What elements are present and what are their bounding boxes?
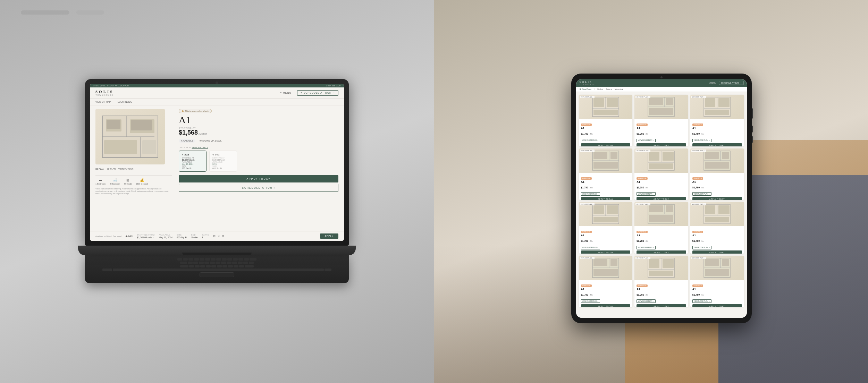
card-apply-btn-6[interactable]: APPLY TODAY bbox=[581, 250, 631, 254]
bottom-apply-button[interactable]: APPLY bbox=[320, 233, 338, 239]
card-apply-btn-3[interactable]: APPLY TODAY bbox=[581, 197, 631, 200]
tablet-card-7[interactable]: 2D FLOOR PLAN → AVAILABLE A1 $1,780 /Mo … bbox=[634, 202, 688, 254]
card-apply-btn-8[interactable]: APPLY TODAY bbox=[692, 250, 742, 254]
tablet-card-5[interactable]: 2D FLOOR PLAN → AVAILABLE A1 $1,780 /Mo … bbox=[690, 148, 744, 200]
key bbox=[177, 258, 182, 261]
card-apply-btn-11[interactable]: APPLY TODAY bbox=[692, 304, 742, 307]
menu-button[interactable]: ≡ MENU bbox=[280, 92, 292, 94]
tablet-card-0[interactable]: 2D FLOOR PLAN → AVAILABLE A1 $1,780 /Mo … bbox=[579, 95, 633, 146]
spec-bedroom-value: 1 Bedroom bbox=[95, 183, 106, 185]
key bbox=[183, 258, 188, 261]
tablet-card-9[interactable]: 2D FLOOR PLAN → AVAILABLE A1 $1,780 /Mo … bbox=[579, 256, 633, 307]
desk-item-1 bbox=[21, 10, 69, 15]
tablet-nav: SOLIS TOWNHOMES ≡ MENU SCHEDULE A TOUR → bbox=[576, 79, 747, 87]
floor-plan-panel: 3D PLAN 2D PLAN VIRTUAL TOUR 🛏 1 Bedroom bbox=[95, 109, 172, 233]
size-icon: ⊞ bbox=[124, 178, 132, 182]
card-name-10: A1 bbox=[637, 288, 640, 291]
svg-rect-69 bbox=[593, 269, 618, 276]
tablet-move-filter[interactable]: Move-in ▾ bbox=[615, 88, 623, 90]
svg-rect-39 bbox=[649, 163, 673, 169]
tablet-card-1[interactable]: 2D FLOOR PLAN → AVAILABLE A1 $1,780 /Mo … bbox=[634, 95, 688, 146]
tablet-menu-button[interactable]: ≡ MENU bbox=[709, 82, 716, 84]
card-floor-link-10[interactable]: VIEW FLOOR PLAN → bbox=[637, 299, 656, 303]
card-floor-plan-8: 2D FLOOR PLAN → bbox=[690, 202, 744, 226]
apply-today-button[interactable]: APPLY TODAY bbox=[179, 175, 338, 182]
card-floor-link-8[interactable]: VIEW FLOOR PLAN → bbox=[692, 246, 711, 249]
tablet-card-3[interactable]: 2D FLOOR PLAN → AVAILABLE A1 $1,780 /Mo … bbox=[579, 148, 633, 200]
tablet-price-filter[interactable]: Price ▾ bbox=[606, 88, 612, 90]
card-floor-link-5[interactable]: VIEW FLOOR PLAN → bbox=[692, 192, 711, 196]
key bbox=[205, 258, 210, 261]
share-email[interactable]: ✉ SHARE VIA EMAIL bbox=[200, 139, 221, 142]
key bbox=[216, 258, 221, 261]
tablet-logo-sub: TOWNHOMES bbox=[580, 84, 595, 85]
card-apply-btn-9[interactable]: APPLY TODAY bbox=[581, 304, 631, 307]
tablet-card-4[interactable]: 2D FLOOR PLAN → AVAILABLE A1 $1,780 /Mo … bbox=[634, 148, 688, 200]
card-apply-btn-0[interactable]: APPLY TODAY bbox=[581, 143, 631, 146]
card-apply-btn-10[interactable]: APPLY TODAY bbox=[637, 304, 686, 307]
tab-3d[interactable]: 3D PLAN bbox=[95, 167, 104, 171]
key bbox=[188, 258, 193, 261]
schedule-tour-button[interactable]: SCHEDULE A TOUR bbox=[179, 184, 338, 192]
card-floor-plan-10: 2D FLOOR PLAN → bbox=[634, 256, 688, 280]
tablet-power-button bbox=[752, 108, 753, 119]
tab-2d[interactable]: 2D PLAN bbox=[107, 167, 116, 171]
card-apply-btn-1[interactable]: APPLY TODAY bbox=[637, 143, 686, 146]
card-apply-btn-4[interactable]: APPLY TODAY bbox=[637, 197, 686, 200]
card-body-9: AVAILABLE A1 $1,780 /Mo VIEW FLOOR PLAN … bbox=[579, 280, 633, 307]
tablet-card-10[interactable]: 2D FLOOR PLAN → AVAILABLE A1 $1,780 /Mo … bbox=[634, 256, 688, 307]
card-body-4: AVAILABLE A1 $1,780 /Mo VIEW FLOOR PLAN … bbox=[634, 173, 688, 200]
card-badge-7: AVAILABLE bbox=[637, 231, 648, 233]
card-body-1: AVAILABLE A1 $1,780 /Mo VIEW FLOOR PLAN … bbox=[634, 119, 688, 146]
card-floor-link-7[interactable]: VIEW FLOOR PLAN → bbox=[637, 246, 656, 249]
schedule-tour-button[interactable]: ✦ SCHEDULE A TOUR → bbox=[297, 90, 338, 96]
disclaimer-text: *Floor plans are artist's rendering. All… bbox=[95, 188, 172, 195]
tablet-card-8[interactable]: 2D FLOOR PLAN → AVAILABLE A1 $1,780 /Mo … bbox=[690, 202, 744, 254]
card-floor-link-1[interactable]: VIEW FLOOR PLAN → bbox=[637, 139, 656, 142]
right-section: SOLIS TOWNHOMES ≡ MENU SCHEDULE A TOUR →… bbox=[434, 0, 868, 383]
tablet-beds-filter[interactable]: Beds ▾ bbox=[597, 88, 603, 90]
view-all-link[interactable]: VIEW ALL UNITS bbox=[192, 146, 208, 148]
card-apply-btn-2[interactable]: APPLY TODAY bbox=[692, 143, 742, 146]
laptop-keyboard bbox=[85, 255, 349, 283]
card-floor-link-3[interactable]: VIEW FLOOR PLAN → bbox=[581, 192, 600, 196]
tab-virtual[interactable]: VIRTUAL TOUR bbox=[118, 167, 133, 171]
key bbox=[204, 262, 209, 264]
svg-rect-62 bbox=[718, 205, 730, 214]
card-name-11: A1 bbox=[692, 288, 696, 291]
bottom-price-value: $1,569/Month ▾ bbox=[137, 236, 155, 239]
card-floor-link-0[interactable]: VIEW FLOOR PLAN → bbox=[581, 139, 600, 142]
tablet-filter-link[interactable]: ⊞ Floor Plans bbox=[580, 88, 591, 90]
tablet-card-2[interactable]: 2D FLOOR PLAN → AVAILABLE A1 $1,780 /Mo … bbox=[690, 95, 744, 146]
svg-rect-25 bbox=[705, 98, 715, 107]
card-apply-btn-5[interactable]: APPLY TODAY bbox=[692, 197, 742, 200]
tablet-card-11[interactable]: 2D FLOOR PLAN → AVAILABLE A1 $1,780 /Mo … bbox=[690, 256, 744, 307]
desk-item-2 bbox=[76, 10, 104, 15]
view-map-link[interactable]: VIEW ON MAP bbox=[95, 101, 111, 103]
svg-rect-51 bbox=[593, 217, 618, 222]
tablet-apartment-grid: 2D FLOOR PLAN → AVAILABLE A1 $1,780 /Mo … bbox=[576, 92, 747, 310]
unit-name: A1 bbox=[179, 115, 338, 125]
key bbox=[249, 262, 254, 264]
card-apply-btn-7[interactable]: APPLY TODAY bbox=[637, 250, 686, 254]
unit-card-1[interactable]: 4-302 STARTING AT $1,568/Month AVAILABLE… bbox=[209, 151, 237, 172]
svg-rect-27 bbox=[705, 110, 729, 115]
compare-icon[interactable]: ⊞ bbox=[222, 235, 225, 238]
card-body-11: AVAILABLE A1 $1,780 /Mo VIEW FLOOR PLAN … bbox=[690, 280, 744, 307]
card-floor-link-11[interactable]: VIEW FLOOR PLAN → bbox=[692, 299, 711, 303]
svg-rect-7 bbox=[142, 140, 156, 154]
look-inside-link[interactable]: LOOK INSIDE bbox=[118, 101, 132, 103]
key bbox=[244, 258, 249, 261]
trackpad bbox=[200, 272, 234, 277]
unit-card-0[interactable]: 4-302 STARTING AT $1,568/Month AVAILABLE… bbox=[179, 151, 207, 172]
tablet-schedule-button[interactable]: SCHEDULE A TOUR → bbox=[719, 81, 743, 85]
card-floor-link-2[interactable]: VIEW FLOOR PLAN → bbox=[692, 139, 711, 142]
card-floor-link-4[interactable]: VIEW FLOOR PLAN → bbox=[637, 192, 656, 196]
bookmark-icon[interactable]: ☆ bbox=[218, 235, 220, 238]
card-floor-link-6[interactable]: VIEW FLOOR PLAN → bbox=[581, 246, 600, 249]
share-icon[interactable]: ✉ bbox=[213, 235, 216, 238]
svg-rect-79 bbox=[705, 259, 719, 266]
card-floor-link-9[interactable]: VIEW FLOOR PLAN → bbox=[581, 299, 600, 303]
tablet-card-6[interactable]: 2D FLOOR PLAN → AVAILABLE A1 $1,780 /Mo … bbox=[579, 202, 633, 254]
spec-size: ⊞ 608 sqft bbox=[124, 178, 132, 185]
